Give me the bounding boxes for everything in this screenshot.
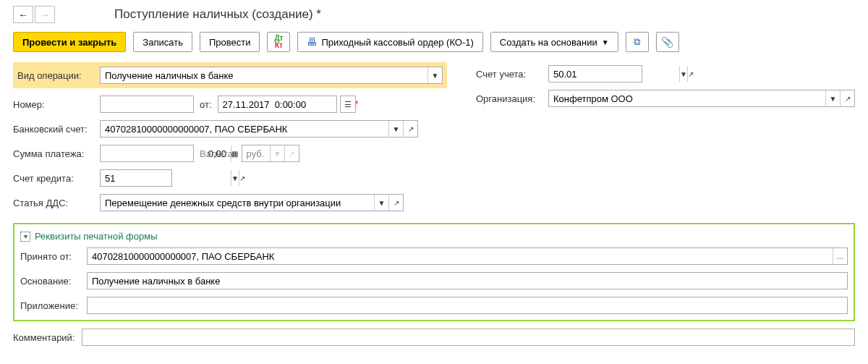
currency-label: Валюта: (200, 148, 236, 159)
nav-forward-button: → (35, 6, 55, 23)
currency-open-icon[interactable]: ↗ (284, 145, 299, 161)
account-dropdown[interactable]: ▼ (679, 66, 687, 82)
from-label: от: (200, 99, 212, 110)
page-title: Поступление наличных (создание) * (114, 7, 321, 22)
post-and-close-button[interactable]: Провести и закрыть (13, 32, 126, 52)
dds-dropdown[interactable]: ▼ (374, 195, 388, 211)
create-based-on-label: Создать на основании (500, 37, 597, 48)
date-extra-button[interactable]: ☰ (340, 96, 356, 113)
account-input[interactable] (549, 66, 679, 82)
comment-label: Комментарий: (13, 332, 82, 343)
print-form-section-toggle[interactable]: ▾ Реквизиты печатной формы (20, 231, 158, 242)
attachment-input[interactable] (88, 297, 847, 313)
attachment-label: Приложение: (20, 300, 87, 311)
dds-open-icon[interactable]: ↗ (388, 195, 403, 211)
operation-type-input[interactable] (101, 67, 427, 83)
chevron-down-icon: ▾ (20, 232, 30, 242)
print-form-section-label: Реквизиты печатной формы (35, 231, 158, 242)
currency-dropdown[interactable]: ▼ (270, 145, 284, 161)
print-order-label: Приходный кассовый ордер (КО-1) (321, 37, 473, 48)
currency-value: руб. (242, 145, 270, 161)
bank-account-label: Банковский счет: (13, 124, 100, 135)
nav-back-button[interactable]: ← (13, 6, 33, 23)
bank-account-open-icon[interactable]: ↗ (403, 121, 417, 137)
attachments-button[interactable]: 📎 (656, 32, 679, 52)
dds-label: Статья ДДС: (13, 198, 100, 208)
print-order-button[interactable]: 🖶 Приходный кассовый ордер (КО-1) (297, 32, 482, 52)
operation-type-label: Вид операции: (17, 70, 100, 81)
related-icon: ⧉ (634, 36, 640, 48)
chevron-down-icon: ▼ (602, 38, 609, 46)
account-open-icon[interactable]: ↗ (687, 66, 694, 82)
account-label: Счет учета: (476, 69, 548, 80)
credit-account-dropdown[interactable]: ▼ (231, 170, 239, 186)
post-button[interactable]: Провести (200, 32, 260, 52)
bank-account-dropdown[interactable]: ▼ (388, 121, 403, 137)
organization-label: Организация: (476, 93, 548, 104)
accepted-from-input[interactable] (88, 248, 833, 264)
paperclip-icon: 📎 (661, 36, 673, 48)
organization-open-icon[interactable]: ↗ (840, 90, 854, 106)
credit-account-open-icon[interactable]: ↗ (239, 170, 245, 186)
accepted-from-label: Принято от: (20, 251, 87, 262)
payment-sum-label: Сумма платежа: (13, 148, 100, 159)
create-based-on-button[interactable]: Создать на основании ▼ (490, 32, 618, 52)
save-button[interactable]: Записать (133, 32, 192, 52)
basis-input[interactable] (88, 273, 847, 289)
organization-dropdown[interactable]: ▼ (825, 90, 840, 106)
basis-label: Основание: (20, 276, 87, 287)
credit-account-label: Счет кредита: (13, 173, 100, 184)
dds-input[interactable] (101, 195, 374, 211)
debit-credit-icon: ДтКт (274, 35, 283, 49)
organization-input[interactable] (549, 90, 825, 106)
comment-input[interactable] (82, 329, 854, 345)
bank-account-input[interactable] (101, 121, 388, 137)
number-label: Номер: (13, 99, 100, 110)
operation-type-dropdown[interactable]: ▼ (427, 67, 442, 83)
debit-credit-button[interactable]: ДтКт (267, 32, 290, 52)
credit-account-input[interactable] (101, 170, 231, 186)
date-input[interactable] (218, 96, 349, 112)
related-docs-button[interactable]: ⧉ (626, 32, 649, 52)
printer-icon: 🖶 (307, 36, 317, 48)
accepted-from-ellipsis[interactable]: … (833, 248, 847, 264)
